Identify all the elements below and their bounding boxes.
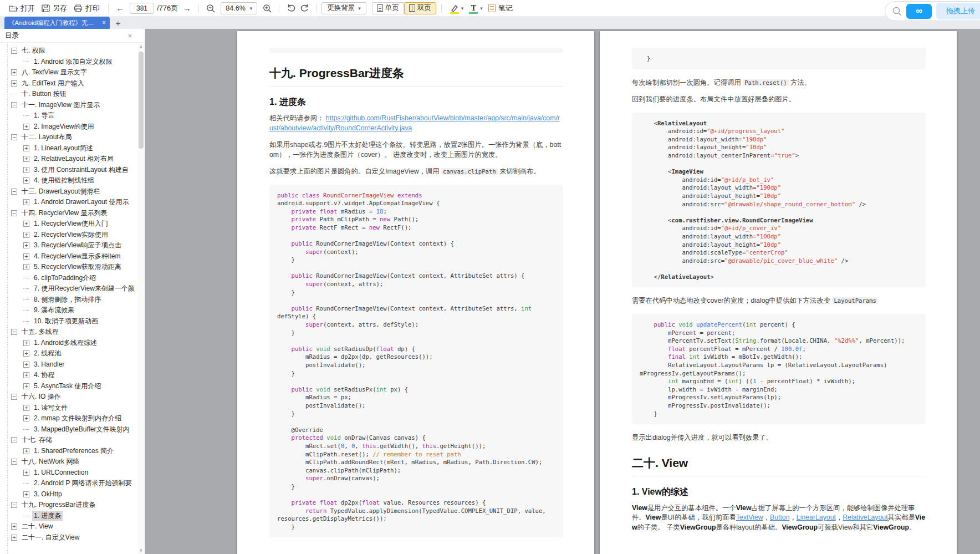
doc-link[interactable]: TextView xyxy=(736,514,763,521)
tab-close-icon[interactable]: × xyxy=(102,19,106,27)
highlighter-button[interactable]: ▾ xyxy=(449,2,464,14)
tree-collapse-icon[interactable]: − xyxy=(11,459,17,465)
toc-item[interactable]: +1. URLConnection xyxy=(0,467,145,479)
tree-expand-icon[interactable]: + xyxy=(23,264,29,270)
tree-expand-icon[interactable]: + xyxy=(23,405,29,411)
tree-expand-icon[interactable]: + xyxy=(23,448,29,454)
tree-expand-icon[interactable]: + xyxy=(23,232,29,238)
tree-expand-icon[interactable]: + xyxy=(23,167,29,173)
toc-item[interactable]: +2. mmap 文件映射到内存介绍 xyxy=(0,413,145,424)
toc-item[interactable]: 7. 使用RecyclerView来创建一个颜 xyxy=(0,283,145,294)
single-page-button[interactable]: 单页 xyxy=(372,2,404,14)
toc-item[interactable]: +5. AsyncTask 使用介绍 xyxy=(0,381,145,392)
doc-link[interactable]: RelativeLayout xyxy=(843,514,887,521)
next-page-button[interactable]: → xyxy=(180,2,193,15)
netdisk-logo-button[interactable]: ∞ xyxy=(906,4,932,19)
toc-item[interactable]: 8. 侧滑删除，拖动排序 xyxy=(0,294,145,306)
toc-item[interactable]: −十六. IO 操作 xyxy=(0,392,145,403)
toc-item[interactable]: +3. Handler xyxy=(0,359,145,370)
toc-item[interactable]: +3. OkHttp xyxy=(0,489,145,500)
sidebar-scrollbar[interactable]: ∧ ∨ xyxy=(137,43,145,554)
toc-item[interactable]: +2. RelativeLayout 相对布局 xyxy=(0,154,145,165)
change-background-button[interactable]: 更换背景 ▾ xyxy=(321,2,366,14)
tree-expand-icon[interactable]: + xyxy=(23,124,29,130)
toc-item[interactable]: +1. RecyclerView使用入门 xyxy=(0,218,145,230)
tree-expand-icon[interactable]: + xyxy=(23,372,29,378)
tree-expand-icon[interactable]: + xyxy=(23,470,29,476)
toc-item[interactable]: 10. 取消子项更新动画 xyxy=(0,316,145,327)
prev-page-button[interactable]: ← xyxy=(114,2,127,15)
toc-item[interactable]: 十. Button 按钮 xyxy=(0,89,145,100)
zoom-out-button[interactable] xyxy=(204,2,217,15)
new-tab-button[interactable]: + xyxy=(110,17,126,29)
doc-link[interactable]: LinearLayout xyxy=(797,514,836,521)
toc-item[interactable]: +二十. View xyxy=(0,521,145,532)
toc-item[interactable]: 1. 导言 xyxy=(0,110,145,121)
tree-collapse-icon[interactable]: − xyxy=(11,210,17,216)
tree-expand-icon[interactable]: + xyxy=(11,80,17,87)
tree-collapse-icon[interactable]: − xyxy=(11,189,17,195)
tree-expand-icon[interactable]: + xyxy=(23,383,29,389)
print-button[interactable]: 打印 xyxy=(70,2,103,14)
scroll-up-icon[interactable]: ∧ xyxy=(137,43,145,50)
toc-close-icon[interactable]: × xyxy=(127,32,132,40)
tree-expand-icon[interactable]: + xyxy=(23,156,29,162)
save-as-button[interactable]: 另存 xyxy=(38,2,70,14)
tree-collapse-icon[interactable]: − xyxy=(11,102,17,108)
toc-item[interactable]: +二十一. 自定义View xyxy=(0,532,145,543)
toc-item[interactable]: 1. Android 添加自定义权限 xyxy=(0,57,145,68)
toc-item[interactable]: 1. 进度条 xyxy=(0,511,145,522)
tree-collapse-icon[interactable]: − xyxy=(11,329,17,335)
tree-expand-icon[interactable]: + xyxy=(23,491,29,497)
toc-item[interactable]: +5. RecyclerView获取滑动距离 xyxy=(0,262,145,273)
toc-item[interactable]: +4. 使用链控制线性组 xyxy=(0,175,145,186)
tree-expand-icon[interactable]: + xyxy=(11,69,17,75)
tree-expand-icon[interactable]: + xyxy=(23,350,29,357)
toc-item[interactable]: −十九. ProgressBar进度条 xyxy=(0,500,145,511)
toc-item[interactable]: +2. 线程池 xyxy=(0,348,145,359)
page-number-input[interactable] xyxy=(130,3,154,14)
redo-button[interactable] xyxy=(298,2,311,15)
toc-item[interactable]: +4. RecyclerView显示多种item xyxy=(0,251,145,262)
toc-item[interactable]: +1. 读写文件 xyxy=(0,403,145,414)
tree-expand-icon[interactable]: + xyxy=(23,145,29,151)
scrollbar-thumb[interactable] xyxy=(139,52,144,149)
toc-item[interactable]: 6. clipToPadding介绍 xyxy=(0,273,145,284)
tree-collapse-icon[interactable]: − xyxy=(11,437,17,443)
toc-item[interactable]: +1. Android DrawerLayout 使用示 xyxy=(0,197,145,208)
toc-item[interactable]: −十八. NetWork 网络 xyxy=(0,456,145,467)
zoom-in-button[interactable] xyxy=(261,2,274,15)
tree-expand-icon[interactable]: + xyxy=(11,523,17,530)
toc-item[interactable]: +2. RecyclerView实际使用 xyxy=(0,230,145,241)
tree-expand-icon[interactable]: + xyxy=(23,199,29,205)
toc-item[interactable]: +2. ImageView的使用 xyxy=(0,121,145,133)
undo-button[interactable] xyxy=(284,2,298,15)
toc-item[interactable]: +1. SharedPreferences 简介 xyxy=(0,446,145,457)
notes-button[interactable]: 笔记 xyxy=(485,2,516,14)
toc-item[interactable]: +九. EditText 用户输入 xyxy=(0,78,145,89)
toc-item[interactable]: −十五. 多线程 xyxy=(0,327,145,338)
tree-expand-icon[interactable]: + xyxy=(23,415,29,421)
drag-upload-button[interactable]: 拖拽上传 xyxy=(936,3,980,19)
toc-item[interactable]: −十三. DrawerLayout侧滑栏 xyxy=(0,186,145,197)
doc-link[interactable]: Button xyxy=(770,514,790,521)
tree-expand-icon[interactable]: + xyxy=(23,340,29,346)
scroll-down-icon[interactable]: ∨ xyxy=(137,546,145,554)
toc-item[interactable]: +1. Android多线程综述 xyxy=(0,338,145,349)
tree-collapse-icon[interactable]: − xyxy=(11,502,17,508)
toc-item[interactable]: +1. LinearLayout简述 xyxy=(0,143,145,154)
search-icon[interactable] xyxy=(892,6,902,16)
toc-item[interactable]: 2. Android P 网络请求开始强制要 xyxy=(0,478,145,489)
toc-item[interactable]: +3. 使用 ConstraintLayout 构建自 xyxy=(0,165,145,176)
open-button[interactable]: 打开 xyxy=(6,2,38,14)
toc-item[interactable]: −十四. RecyclerView 显示列表 xyxy=(0,208,145,219)
tree-collapse-icon[interactable]: − xyxy=(11,394,17,400)
toc-item[interactable]: +3. RecyclerView响应子项点击 xyxy=(0,240,145,251)
document-area[interactable]: 十九. ProgressBar进度条1. 进度条相关代码请参阅： https:/… xyxy=(145,29,980,554)
tree-expand-icon[interactable]: + xyxy=(23,242,29,248)
double-page-button[interactable]: 双页 xyxy=(404,2,436,14)
toc-item[interactable]: −十一. ImageView 图片显示 xyxy=(0,100,145,111)
toc-item[interactable]: 9. 瀑布流效果 xyxy=(0,305,145,316)
tree-expand-icon[interactable]: + xyxy=(23,253,29,260)
toc-item[interactable]: −七. 权限 xyxy=(0,45,145,57)
